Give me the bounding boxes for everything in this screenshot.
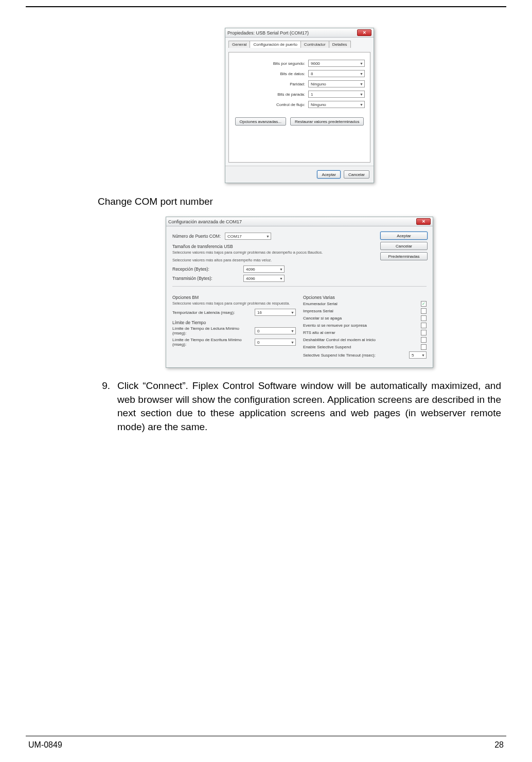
bm-title: Opciones BM — [172, 295, 296, 300]
com-number-label: Número de Puerto COM: — [172, 234, 221, 239]
misc-title: Opciones Varias — [303, 295, 427, 300]
stopbits-combo[interactable]: 1 ▼ — [308, 91, 365, 98]
write-timeout-label: Límite de Tiempo de Escritura Mínimo (ms… — [172, 338, 250, 347]
close-icon[interactable]: ✕ — [357, 29, 371, 36]
latency-label: Temporizador de Latencia (mseg): — [172, 310, 235, 315]
databits-label: Bits de datos: — [280, 72, 305, 76]
com-number-value: COM17 — [227, 234, 242, 239]
idle-timeout-combo[interactable]: 5 ▼ — [409, 351, 427, 359]
opt-suspend-check[interactable] — [421, 344, 427, 350]
flow-value: Ninguno — [311, 102, 326, 107]
advanced-button[interactable]: Opciones avanzadas... — [235, 117, 286, 126]
chevron-down-icon: ▼ — [291, 329, 294, 333]
opt-modem-label: Deshabilitar Control del modem al inicio — [303, 338, 376, 342]
cancel-button[interactable]: Cancelar — [344, 170, 369, 179]
dialog-titlebar[interactable]: Configuración avanzada de COM17 ✕ — [166, 217, 433, 226]
read-timeout-value: 0 — [257, 329, 259, 333]
chevron-down-icon: ▼ — [279, 268, 283, 271]
opt-enumerator-check[interactable] — [421, 301, 427, 307]
opt-printer-check[interactable] — [421, 308, 427, 314]
parity-label: Paridad: — [290, 82, 305, 86]
chevron-down-icon: ▼ — [279, 277, 283, 280]
opt-surprise-label: Evento si se remueve por sorpresa — [303, 323, 367, 328]
footer-doc-id: UM-0849 — [28, 740, 62, 750]
opt-rts-check[interactable] — [421, 330, 427, 335]
latency-combo[interactable]: 16 ▼ — [255, 309, 296, 316]
parity-value: Ninguno — [311, 82, 326, 86]
footer-page-number: 28 — [494, 740, 504, 750]
restore-defaults-button[interactable]: Restaurar valores predeterminados — [290, 117, 364, 126]
chevron-down-icon: ▼ — [421, 353, 425, 357]
dialog-title: Propiedades: USB Serial Port (COM17) — [227, 30, 357, 36]
tab-driver[interactable]: Controlador — [300, 41, 329, 48]
misc-options-column: Opciones Varias Enumerador Serial Impres… — [303, 291, 427, 360]
tab-details[interactable]: Detalles — [329, 41, 351, 48]
cancel-button[interactable]: Cancelar — [380, 242, 428, 250]
step-9: 9. Click “Connect”. Fiplex Control Softw… — [98, 379, 501, 434]
chevron-down-icon: ▼ — [291, 341, 294, 344]
write-timeout-combo[interactable]: 0 ▼ — [255, 339, 296, 346]
top-rule — [26, 6, 506, 7]
bottom-rule — [26, 736, 506, 736]
tab-port-config[interactable]: Configuración de puerto — [250, 41, 300, 48]
content-column: Propiedades: USB Serial Port (COM17) ✕ G… — [26, 28, 506, 434]
stopbits-value: 1 — [311, 92, 313, 97]
opt-idle-label: Selective Suspend Idle Timeout (msec): — [303, 353, 376, 358]
tab-strip: General Configuración de puerto Controla… — [228, 41, 370, 48]
defaults-button[interactable]: Predeterminadas — [380, 252, 428, 260]
com-number-combo[interactable]: COM17 ▼ — [225, 233, 271, 240]
bps-combo[interactable]: 9600 ▼ — [308, 60, 365, 67]
bm-options-column: Opciones BM Seleccione valores más bajos… — [172, 291, 296, 360]
dialog-title: Configuración avanzada de COM17 — [168, 219, 416, 224]
read-timeout-combo[interactable]: 0 ▼ — [255, 327, 296, 334]
rx-label: Recepción (Bytes): — [172, 267, 239, 272]
chevron-down-icon: ▼ — [360, 82, 363, 86]
step-number: 9. — [98, 379, 117, 434]
dialog-titlebar[interactable]: Propiedades: USB Serial Port (COM17) ✕ — [225, 28, 374, 38]
bps-label: Bits por segundo: — [273, 61, 305, 66]
properties-dialog: Propiedades: USB Serial Port (COM17) ✕ G… — [225, 28, 374, 183]
opt-modem-check[interactable] — [421, 337, 427, 343]
flow-label: Control de flujo: — [276, 102, 305, 107]
idle-timeout-value: 5 — [412, 353, 414, 358]
chevron-down-icon: ▼ — [360, 72, 363, 76]
chevron-down-icon: ▼ — [360, 62, 363, 65]
ok-button[interactable]: Aceptar — [317, 170, 341, 179]
tx-combo[interactable]: 4096 ▼ — [243, 275, 285, 282]
stopbits-label: Bits de parada: — [277, 92, 305, 97]
timeouts-title: Límite de Tiempo — [172, 320, 296, 325]
opt-printer-label: Impresora Serial — [303, 309, 333, 313]
read-timeout-label: Límite de Tiempo de Lectura Mínimo (mseg… — [172, 326, 250, 335]
rx-combo[interactable]: 4096 ▼ — [243, 265, 285, 273]
latency-value: 16 — [257, 310, 262, 315]
databits-value: 8 — [311, 72, 313, 76]
databits-combo[interactable]: 8 ▼ — [308, 70, 365, 77]
opt-enumerator-label: Enumerador Serial — [303, 302, 338, 306]
tab-panel: Bits por segundo: 9600 ▼ Bits de datos: … — [228, 52, 370, 163]
advanced-config-dialog: Configuración avanzada de COM17 ✕ Acepta… — [166, 217, 433, 368]
change-com-caption: Change COM port number — [98, 196, 501, 207]
opt-rts-label: RTS alto al cerrar — [303, 330, 335, 335]
tx-label: Transmisión (Bytes): — [172, 276, 239, 281]
bm-hint: Seleccione valores más bajos para correg… — [172, 301, 296, 306]
chevron-down-icon: ▼ — [360, 93, 363, 96]
opt-cancel-off-label: Cancelar si se apaga — [303, 316, 342, 321]
chevron-down-icon: ▼ — [291, 311, 294, 314]
opt-surprise-check[interactable] — [421, 323, 427, 328]
write-timeout-value: 0 — [257, 340, 259, 345]
bps-value: 9600 — [311, 61, 320, 66]
chevron-down-icon: ▼ — [266, 235, 270, 238]
flow-combo[interactable]: Ninguno ▼ — [308, 101, 365, 108]
close-icon[interactable]: ✕ — [416, 218, 431, 225]
opt-suspend-label: Enable Selective Suspend — [303, 345, 351, 349]
ok-button[interactable]: Aceptar — [380, 232, 428, 240]
parity-combo[interactable]: Ninguno ▼ — [308, 80, 365, 87]
rx-value: 4096 — [246, 267, 255, 272]
opt-cancel-off-check[interactable] — [421, 315, 427, 321]
tab-general[interactable]: General — [228, 41, 250, 48]
step-text: Click “Connect”. Fiplex Control Software… — [117, 379, 501, 434]
tx-value: 4096 — [246, 276, 255, 281]
chevron-down-icon: ▼ — [360, 103, 363, 107]
